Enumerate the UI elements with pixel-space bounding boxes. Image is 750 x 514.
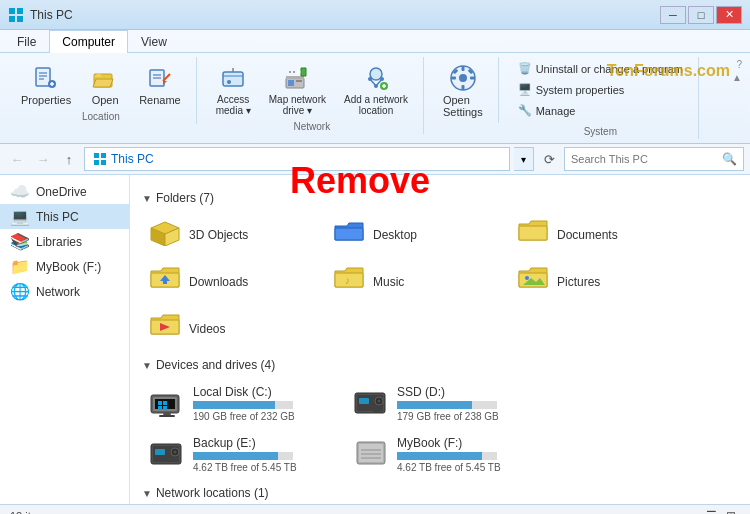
sidebar-item-network[interactable]: 🌐 Network — [0, 279, 129, 304]
folders-grid: 3D Objects Desktop Docum — [142, 213, 738, 350]
tab-view[interactable]: View — [128, 30, 180, 53]
main-area: ☁️ OneDrive 💻 This PC 📚 Libraries 📁 MyBo… — [0, 175, 750, 504]
drive-c-bar-container — [193, 401, 293, 409]
sidebar-item-thispc[interactable]: 💻 This PC — [0, 204, 129, 229]
add-network-button[interactable]: Add a networklocation — [337, 59, 415, 119]
folder-3d-objects[interactable]: 3D Objects — [142, 213, 322, 256]
drive-e-icon — [149, 436, 185, 473]
folder-videos[interactable]: Videos — [142, 307, 322, 350]
map-drive-label: Map networkdrive ▾ — [269, 94, 326, 116]
folder-music-icon: ♪ — [333, 265, 365, 298]
drive-f-info: MyBook (F:) 4.62 TB free of 5.45 TB — [397, 436, 501, 473]
grid-view-button[interactable]: ⊞ — [722, 507, 740, 515]
drive-d[interactable]: SSD (D:) 179 GB free of 238 GB — [346, 380, 546, 427]
network-icon: 🌐 — [10, 282, 30, 301]
svg-rect-22 — [288, 80, 294, 86]
drive-c-name: Local Disk (C:) — [193, 385, 295, 399]
address-dropdown-button[interactable]: ▾ — [514, 147, 534, 171]
svg-rect-78 — [155, 449, 165, 455]
ribbon-group-open-settings: OpenSettings — [428, 57, 499, 123]
sidebar-label-network: Network — [36, 285, 80, 299]
add-network-icon — [360, 62, 392, 94]
path-this-pc: This PC — [111, 152, 154, 166]
drive-c[interactable]: Local Disk (C:) 190 GB free of 232 GB — [142, 380, 342, 427]
folder-desktop[interactable]: Desktop — [326, 213, 506, 256]
forward-button[interactable]: → — [32, 148, 54, 170]
back-button[interactable]: ← — [6, 148, 28, 170]
map-drive-button[interactable]: Map networkdrive ▾ — [262, 59, 333, 119]
properties-icon — [30, 62, 62, 94]
folder-downloads[interactable]: Downloads — [142, 260, 322, 303]
svg-rect-51 — [519, 226, 547, 240]
manage-icon: 🔧 — [518, 104, 532, 117]
system-group-label: System — [511, 126, 690, 137]
folder-downloads-icon — [149, 265, 181, 298]
open-icon — [89, 62, 121, 94]
drive-c-bar — [193, 401, 275, 409]
item-count: 12 items — [10, 510, 52, 515]
folder-documents-icon — [517, 218, 549, 251]
tab-file[interactable]: File — [4, 30, 49, 53]
content-area: ▼ Folders (7) 3D Objects — [130, 175, 750, 504]
svg-rect-2 — [9, 16, 15, 22]
open-label: Open — [92, 94, 119, 106]
folder-desktop-icon — [333, 218, 365, 251]
system-properties-button[interactable]: 🖥️ System properties — [511, 80, 690, 99]
svg-point-18 — [227, 80, 231, 84]
properties-button[interactable]: Properties — [14, 59, 78, 109]
folders-chevron[interactable]: ▼ — [142, 193, 152, 204]
network-group-label: Network — [293, 121, 330, 132]
svg-rect-4 — [36, 68, 50, 86]
svg-rect-44 — [101, 153, 106, 158]
open-button[interactable]: Open — [82, 59, 128, 109]
app-icon — [8, 7, 24, 23]
rename-button[interactable]: Rename — [132, 59, 188, 109]
help-button[interactable]: ? — [736, 59, 742, 70]
folder-documents[interactable]: Documents — [510, 213, 690, 256]
drive-e-info: Backup (E:) 4.62 TB free of 5.45 TB — [193, 436, 297, 473]
collapse-ribbon-button[interactable]: ▲ — [732, 72, 742, 83]
list-view-button[interactable]: ☰ — [702, 507, 720, 515]
address-path[interactable]: This PC — [84, 147, 510, 171]
tab-computer[interactable]: Computer — [49, 30, 128, 53]
svg-rect-64 — [158, 401, 162, 405]
svg-rect-69 — [159, 415, 175, 417]
devices-chevron[interactable]: ▼ — [142, 360, 152, 371]
sidebar-item-onedrive[interactable]: ☁️ OneDrive — [0, 179, 129, 204]
drive-e-name: Backup (E:) — [193, 436, 297, 450]
svg-point-74 — [378, 400, 381, 403]
libraries-icon: 📚 — [10, 232, 30, 251]
up-button[interactable]: ↑ — [58, 148, 80, 170]
svg-rect-65 — [163, 401, 167, 405]
folder-pictures[interactable]: Pictures — [510, 260, 690, 303]
manage-button[interactable]: 🔧 Manage — [511, 101, 690, 120]
sidebar-label-libraries: Libraries — [36, 235, 82, 249]
folder-music[interactable]: ♪ Music — [326, 260, 506, 303]
sidebar-item-mybook[interactable]: 📁 MyBook (F:) — [0, 254, 129, 279]
sidebar-item-libraries[interactable]: 📚 Libraries — [0, 229, 129, 254]
folder-videos-icon — [149, 312, 181, 345]
refresh-button[interactable]: ⟳ — [538, 148, 560, 170]
sidebar-label-onedrive: OneDrive — [36, 185, 87, 199]
search-input[interactable] — [571, 153, 718, 165]
minimize-button[interactable]: ─ — [660, 6, 686, 24]
drive-f[interactable]: MyBook (F:) 4.62 TB free of 5.45 TB — [346, 431, 546, 478]
drive-f-bar-container — [397, 452, 497, 460]
svg-point-30 — [380, 77, 384, 81]
svg-rect-3 — [17, 16, 23, 22]
open-settings-button[interactable]: OpenSettings — [436, 59, 490, 121]
drive-c-free: 190 GB free of 232 GB — [193, 411, 295, 422]
system-props-icon: 🖥️ — [518, 83, 532, 96]
network-chevron[interactable]: ▼ — [142, 488, 152, 499]
close-button[interactable]: ✕ — [716, 6, 742, 24]
maximize-button[interactable]: □ — [688, 6, 714, 24]
svg-rect-39 — [451, 77, 456, 80]
drive-e[interactable]: Backup (E:) 4.62 TB free of 5.45 TB — [142, 431, 342, 478]
mybook-icon: 📁 — [10, 257, 30, 276]
drive-f-name: MyBook (F:) — [397, 436, 501, 450]
svg-point-29 — [368, 77, 372, 81]
drive-f-free: 4.62 TB free of 5.45 TB — [397, 462, 501, 473]
folder-3d-icon — [149, 218, 181, 251]
drive-c-info: Local Disk (C:) 190 GB free of 232 GB — [193, 385, 295, 422]
access-media-button[interactable]: Accessmedia ▾ — [209, 59, 258, 119]
